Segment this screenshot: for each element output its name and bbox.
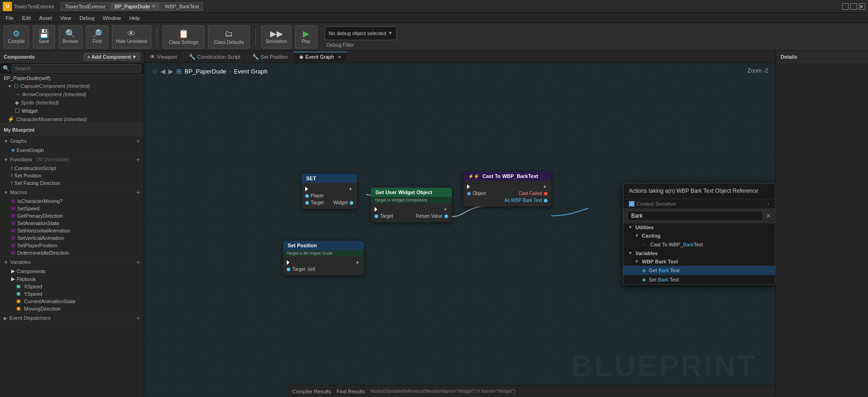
macro-1[interactable]: M SetSpeed <box>0 205 144 212</box>
class-settings-button[interactable]: 📋 Class Settings <box>163 25 204 49</box>
compiler-results-btn[interactable]: Compiler Results <box>292 389 331 394</box>
event-graph-item[interactable]: ◈ EventGraph <box>0 146 144 154</box>
hide-unrelated-button[interactable]: 👁 Hide Unrelated <box>112 25 151 49</box>
left-panel: Components + Add Component ▼ 🔍 BP_PaperD… <box>0 51 144 397</box>
macros-add-btn[interactable]: + <box>136 189 140 196</box>
var-movingdir-label: MovingDirection <box>24 306 61 311</box>
tab-wbp[interactable]: WBP_BarkText <box>160 2 203 11</box>
context-section-wbp-bark[interactable]: ▼ WBP Bark Text <box>623 257 775 266</box>
context-item-get-bark[interactable]: ◈ Get Bark Text <box>623 266 775 275</box>
setpos-exec-row <box>283 259 364 266</box>
close-btn[interactable]: ✕ <box>859 3 865 10</box>
tab-tower[interactable]: TowerTestExterior <box>61 2 109 11</box>
viewport-tab-eventgraph[interactable]: ◈ Event Graph ✕ <box>294 52 347 61</box>
save-button[interactable]: 💾 Save <box>33 25 55 49</box>
menu-window[interactable]: Window <box>99 14 124 22</box>
context-item-cast-wbp[interactable]: → Cast To WBP_BarkText <box>623 240 775 249</box>
var-movingdir[interactable]: MovingDirection <box>0 305 144 312</box>
tree-item-capsule[interactable]: ▼ ⬡ CapsuleComponent (Inherited) <box>0 82 144 90</box>
blueprint-canvas[interactable]: ☆ ◀ ▶ ⊞ BP_PaperDude › Event Graph Zoom … <box>144 63 776 397</box>
viewport-tab-construction[interactable]: 🔧 Construction Script <box>183 52 246 61</box>
components-search-input[interactable] <box>12 64 141 73</box>
context-search-close[interactable]: ✕ <box>766 212 771 220</box>
tree-item-charmove[interactable]: ⚡ CharacterMovement (Inherited) <box>0 115 144 123</box>
context-section-casting[interactable]: ▼ Casting <box>623 232 775 240</box>
node-set[interactable]: SET <box>302 174 357 209</box>
eventgraph-tab-close[interactable]: ✕ <box>338 55 341 60</box>
macro-0[interactable]: M IsCharacterMoving? <box>0 197 144 205</box>
browse-button[interactable]: 🔍 Browse <box>59 25 82 49</box>
functions-section-label[interactable]: ▼ Functions (30 Overridable) + <box>0 154 144 165</box>
menu-help[interactable]: Help <box>125 14 143 22</box>
macro-3-icon: M <box>11 220 15 226</box>
graphs-section-label[interactable]: ▼ Graphs + <box>0 136 144 146</box>
var-group-components[interactable]: ▶ Components <box>0 267 144 275</box>
context-section-utilities[interactable]: ▼ Utilities <box>623 223 775 232</box>
class-defaults-button[interactable]: 🗂 Class Defaults <box>208 25 250 49</box>
node-cast[interactable]: ⚡⚡ Cast To WBP_BarkText <box>463 171 551 207</box>
macro-5[interactable]: M SetVerticalAnimation <box>0 234 144 242</box>
event-dispatchers-label[interactable]: ▶ Event Dispatchers + <box>0 313 144 323</box>
menu-debug[interactable]: Debug <box>76 14 98 22</box>
find-results-btn[interactable]: Find Results <box>337 389 365 394</box>
fn-set-facing[interactable]: f Set Facing Direction <box>0 179 144 187</box>
node-get-widget[interactable]: Get User Widget Object Target is Widget … <box>371 188 452 222</box>
macro-3[interactable]: M SetAnimationState <box>0 220 144 227</box>
graphs-add-btn[interactable]: + <box>136 137 140 145</box>
fn-set-position[interactable]: f Set Position <box>0 172 144 179</box>
node-set-position[interactable]: Set Position Target is BP Paper Dude <box>283 241 364 275</box>
add-component-button[interactable]: + Add Component ▼ <box>84 53 140 61</box>
compile-button[interactable]: ⚙ Compile <box>4 25 29 49</box>
menu-asset[interactable]: Asset <box>36 14 56 22</box>
debug-object-selector[interactable]: No debug object selected ▼ <box>325 26 397 40</box>
tab-bppaper-close[interactable]: ✕ <box>152 4 155 9</box>
context-item-set-bark[interactable]: ◈ Set Bark Text <box>623 275 775 284</box>
context-sensitive-checkbox[interactable] <box>629 201 634 207</box>
variables-add-btn[interactable]: + <box>136 258 140 266</box>
tab-bppaper[interactable]: BP_PaperDude ✕ <box>111 2 160 11</box>
menu-view[interactable]: View <box>56 14 75 22</box>
play-button[interactable]: ▶ Play <box>295 25 317 49</box>
menu-file[interactable]: File <box>2 14 18 22</box>
context-section-variables[interactable]: ▼ Variables <box>623 249 775 257</box>
viewport-tab-viewport[interactable]: 👁 Viewport <box>144 52 183 61</box>
context-search-input[interactable] <box>627 211 763 221</box>
find-button[interactable]: 🔎 Find <box>86 25 108 49</box>
nav-back-button[interactable]: ◀ <box>160 67 166 75</box>
macros-section-label[interactable]: ▼ Macros + <box>0 187 144 197</box>
tree-item-self[interactable]: BP_PaperDude(self) <box>0 74 144 82</box>
var-xspeed[interactable]: XSpeed <box>0 283 144 290</box>
main-viewport: 👁 Viewport 🔧 Construction Script 🔧 Set P… <box>144 51 776 397</box>
star-button[interactable]: ☆ <box>152 67 158 75</box>
tree-item-widget[interactable]: ☐ Widget <box>0 107 144 115</box>
tree-item-arrow[interactable]: → ArrowComponent (Inherited) <box>0 90 144 98</box>
macro-2[interactable]: M GetPrimaryDirection <box>0 212 144 220</box>
ed-add-btn[interactable]: + <box>136 314 140 322</box>
macro-4[interactable]: M SetHorizontalAnimation <box>0 227 144 234</box>
variables-section-label[interactable]: ▼ Variables + <box>0 257 144 267</box>
menu-edit[interactable]: Edit <box>18 14 35 22</box>
toolbar-sep2 <box>255 28 256 46</box>
get-widget-return-out: Return Value <box>416 214 448 219</box>
details-header: Details <box>776 51 868 63</box>
macro-6[interactable]: M SetPlayerPosition <box>0 242 144 249</box>
simulation-button[interactable]: ▶▶ Simulation <box>261 25 291 49</box>
nav-forward-button[interactable]: ▶ <box>168 67 173 75</box>
var-animstate[interactable]: CurrentAnimationState <box>0 298 144 305</box>
node-cast-header: ⚡⚡ Cast To WBP_BarkText <box>463 171 551 181</box>
viewport-tab-setpos[interactable]: 🔧 Set Position <box>246 52 294 61</box>
macro-7[interactable]: M DetermineIdleDirection <box>0 249 144 257</box>
event-graph-icon: ◈ <box>11 147 15 153</box>
var-yspeed[interactable]: YSpeed <box>0 290 144 298</box>
canvas-watermark: BLUEPRINT <box>571 349 757 383</box>
functions-arrow: ▼ <box>4 157 8 162</box>
viewport-content[interactable]: ☆ ◀ ▶ ⊞ BP_PaperDude › Event Graph Zoom … <box>144 63 776 397</box>
minimize-btn[interactable] <box>842 3 849 10</box>
maximize-btn[interactable] <box>850 3 857 10</box>
tree-item-sprite[interactable]: ◈ Sprite (Inherited) <box>0 98 144 107</box>
node-set-position-subtitle: Target is BP Paper Dude <box>283 250 364 257</box>
var-group-flipbook[interactable]: ▶ Flipbook <box>0 275 144 283</box>
functions-add-btn[interactable]: + <box>136 156 140 163</box>
debug-selector-arrow: ▼ <box>388 31 393 36</box>
fn-construction-script[interactable]: f ConstructionScript <box>0 165 144 172</box>
